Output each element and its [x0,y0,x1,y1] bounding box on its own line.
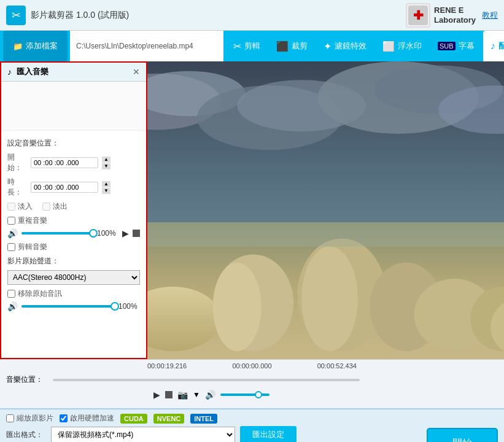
svg-point-11 [213,263,262,351]
timeline-time-left: 00:00:19.216 [147,362,187,370]
volume-icon: 🔊 [7,228,18,238]
hw-accel-label[interactable]: 啟用硬體加速 [60,413,114,424]
music-list [1,82,146,131]
music-position-row: 音樂位置： [0,372,504,387]
original-volume-slider[interactable] [21,305,115,308]
remove-audio-label[interactable]: 移除原始音訊 [7,289,140,299]
app-icon: ✂ [6,6,26,25]
nav-filter-label: 濾鏡特效 [335,41,366,52]
nav-edit-label: 剪輯 [244,41,260,52]
duration-time-up[interactable]: ▲ [102,181,110,187]
toolbar-nav: ✂ 剪輯 ⬛ 裁剪 ✦ 濾鏡特效 ⬜ 浮水印 SUB 字幕 ♪ 配樂 [226,31,504,61]
original-volume-pct: 100% [118,302,140,311]
scissors-icon: ✂ [233,41,241,52]
toolbar: 📁 添加檔案 C:\Users\LIn\Desktop\reneelab.mp4… [0,31,504,61]
duration-time-spinner: ▲ ▼ [102,181,110,194]
format-row: 匯出格式： 保留源視頻格式(*.mp4) 匯出設定 [6,426,422,442]
repeat-checkbox[interactable] [7,217,15,225]
hw-accel-checkbox[interactable] [60,414,68,422]
nav-crop-label: 裁剪 [292,41,308,52]
music-pos-label: 音樂位置： [6,374,43,385]
start-time-up[interactable]: ▲ [102,157,110,163]
crop-icon: ⬛ [276,41,289,52]
logo-box: ✚ [406,3,430,28]
timeline-time-center: 00:00:00.000 [232,362,271,370]
panel-close-button[interactable]: ✕ [133,67,140,77]
duration-time-down[interactable]: ▼ [102,188,110,194]
original-volume-thumb[interactable] [110,302,119,311]
scene-svg [147,61,504,359]
playback-volume-slider[interactable] [220,394,269,396]
music-position-slider[interactable] [53,379,360,381]
repeat-checkbox-label[interactable]: 重複音樂 [7,215,140,226]
dropdown-arrow-icon: ▼ [193,390,200,399]
app-title: 影片裁剪器 1.0.0 (試用版) [31,10,129,21]
app-icon-symbol: ✂ [12,9,21,22]
music-volume-slider[interactable] [21,232,93,235]
shrink-option-checkbox[interactable] [6,414,14,422]
shrink-option-label[interactable]: 縮放原影片 [6,413,53,424]
panel-body: 設定音樂位置： 開始： ▲ ▼ 時長： ▲ ▼ [1,131,146,358]
fade-in-checkbox-label[interactable]: 淡入 [7,201,33,212]
export-settings-button[interactable]: 匯出設定 [240,426,297,442]
shrink-option-text: 縮放原影片 [17,413,53,424]
nav-watermark[interactable]: ⬜ 浮水印 [375,31,429,61]
music-volume-pct: 100% [97,229,118,238]
nav-crop[interactable]: ⬛ 裁剪 [269,31,315,61]
playback-volume-thumb[interactable] [255,391,262,398]
playback-stop-button[interactable] [165,391,173,398]
duration-time-row: 時長： ▲ ▼ [7,177,140,198]
timeline-area: 00:00:19.216 00:00:00.000 00:00:52.434 音… [0,359,504,408]
nav-subtitle-label: 字幕 [459,41,475,52]
duration-time-input[interactable] [31,182,98,193]
music-volume-thumb[interactable] [89,229,98,238]
nav-edit[interactable]: ✂ 剪輯 [226,31,268,61]
folder-icon: 📁 [13,42,23,51]
nvenc-badge: NVENC [153,414,185,424]
add-file-button[interactable]: 📁 添加檔案 [3,31,68,61]
music-icon: ♪ [490,41,495,52]
title-bar-left: ✂ 影片裁剪器 1.0.0 (試用版) [6,6,129,25]
position-section-label: 設定音樂位置： [7,138,140,149]
trim-music-checkbox[interactable] [7,243,15,251]
title-bar: ✂ 影片裁剪器 1.0.0 (試用版) ✚ RENE E Laboratory … [0,0,504,31]
duration-label: 時長： [7,177,27,198]
nav-filter[interactable]: ✦ 濾鏡特效 [316,31,374,61]
start-label: 開始： [7,152,27,173]
nav-music[interactable]: ♪ 配樂 [483,31,504,61]
audio-format-select[interactable]: AAC(Stereo 48000Hz) [7,270,140,285]
tutorial-link[interactable]: 教程 [482,10,498,21]
start-time-down[interactable]: ▼ [102,163,110,169]
playback-controls: ▶ 📷 ▼ 🔊 [147,387,504,402]
start-button[interactable]: 開始 [427,428,498,442]
timeline-markers: 00:00:19.216 00:00:00.000 00:00:52.434 [0,360,504,372]
logo-text-line1: RENE E [434,6,476,15]
video-preview-panel [147,61,504,359]
original-volume-fill [21,305,115,308]
fade-out-checkbox[interactable] [42,203,50,211]
file-path-display: C:\Users\LIn\Desktop\reneelab.mp4 [70,31,223,61]
original-volume-icon: 🔊 [7,301,18,311]
watermark-icon: ⬜ [382,41,395,52]
fade-out-checkbox-label[interactable]: 淡出 [42,201,68,212]
fade-in-checkbox[interactable] [7,203,15,211]
original-audio-label: 影片原始聲道： [7,256,140,266]
music-play-button[interactable]: ▶ [122,228,129,238]
add-file-label: 添加檔案 [26,41,58,52]
nav-subtitle[interactable]: SUB 字幕 [430,31,482,61]
audio-format-row: AAC(Stereo 48000Hz) [7,270,140,285]
remove-audio-checkbox[interactable] [7,290,15,298]
screenshot-button[interactable]: 📷 [177,390,188,400]
panel-header: ♪ 匯入音樂 ✕ [1,63,146,82]
fade-out-label: 淡出 [53,201,68,212]
format-select[interactable]: 保留源視頻格式(*.mp4) [51,427,235,442]
trim-music-text: 剪輯音樂 [18,242,47,252]
trim-music-label[interactable]: 剪輯音樂 [7,242,140,252]
start-time-input[interactable] [31,157,98,168]
video-scene [147,61,504,359]
playback-play-button[interactable]: ▶ [153,390,160,400]
svg-rect-18 [147,222,504,246]
music-volume-fill [21,232,93,235]
subtitle-icon: SUB [438,42,456,50]
music-stop-button[interactable] [133,230,140,237]
